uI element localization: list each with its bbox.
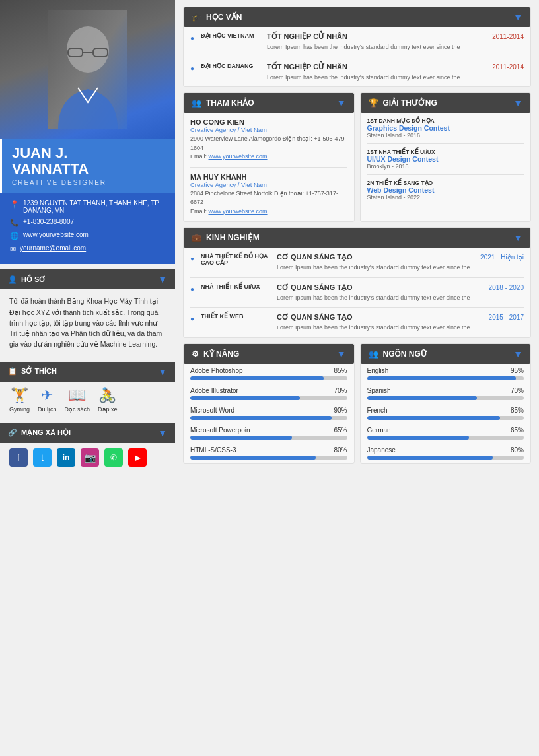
award-item-3: 2N THIẾT KẾ SÁNG TẠO Web Design Contest … (361, 175, 531, 205)
reference-icon: 👥 (192, 98, 201, 108)
email-icon: ✉ (10, 245, 16, 254)
experience-header: 💼 KINH NGHIỆM ▼ (184, 228, 530, 248)
contact-email[interactable]: ✉ yourname@email.com (10, 244, 165, 254)
skill-powerpoint: Microsoft Powerpoin 65% (184, 423, 354, 443)
travel-icon: ✈ (41, 387, 53, 404)
language-header: 👥 NGÔN NGỮ ▼ (361, 344, 531, 364)
edu-dot-1: ● (190, 34, 194, 52)
exp-dot-2: ● (190, 285, 194, 302)
language-section: 👥 NGÔN NGỮ ▼ English 95% Spanish 70% (360, 343, 532, 464)
profile-section-header: 👤 HỒ SƠ ▼ (0, 269, 175, 289)
social-section-header: 🔗 MẠNG XÃ HỘI ▼ (0, 423, 175, 443)
skill-photoshop: Adobe Photoshop 85% (184, 364, 354, 384)
skill-word: Microsoft Word 90% (184, 403, 354, 423)
hobby-reading: 📖 Đọc sách (65, 387, 90, 413)
hobbies-list: 🏋 Gyming ✈ Du lịch 📖 Đọc sách 🚴 Đạp xe (0, 382, 175, 418)
reference-section: 👥 THAM KHẢO ▼ HO CONG KIEN Creative Agen… (183, 92, 355, 222)
skills-language-row: ⚙ KỸ NĂNG ▼ Adobe Photoshop 85% Adobe Il… (183, 343, 531, 464)
education-arrow-icon[interactable]: ▼ (513, 12, 522, 22)
job-title: CREATI VE DESIGNER (12, 179, 165, 186)
skill-illustrator: Adobe Illustrator 70% (184, 384, 354, 403)
edu-details-2: TỐT NGHIỆP CỬ NHÂN 2011-2014 Lorem Ipsum… (267, 63, 524, 82)
award-icon: 🏆 (369, 98, 378, 108)
right-column: 🎓 HỌC VẤN ▼ ● ĐẠI HỌC VIETNAM TỐT NGHIỆP… (175, 0, 539, 756)
hobbies-icon: 📋 (8, 367, 17, 376)
full-name: JUAN J. VANNATTA (12, 145, 165, 177)
reference-header: 👥 THAM KHẢO ▼ (184, 93, 354, 113)
profile-text: Tôi đã hoàn thành Bằng Khoa Học Máy Tính… (0, 289, 175, 356)
experience-icon: 💼 (192, 233, 201, 242)
skills-icon: ⚙ (192, 349, 199, 359)
book-icon: 📖 (68, 387, 86, 404)
education-header: 🎓 HỌC VẤN ▼ (184, 7, 530, 27)
name-section: JUAN J. VANNATTA CREATI VE DESIGNER (0, 139, 175, 193)
contact-website[interactable]: 🌐 www.yourwebsite.com (10, 231, 165, 240)
exp-details-2: CƠ QUAN SÁNG TẠO 2018 - 2020 Lorem Ipsum… (277, 283, 524, 302)
reference-person-1: HO CONG KIEN Creative Agency / Viet Nam … (184, 113, 354, 167)
social-icon: 🔗 (8, 429, 17, 437)
exp-item-3: ● THIẾT KẾ WEB CƠ QUAN SÁNG TẠO 2015 - 2… (184, 308, 530, 337)
exp-role-1: NHÀ THIẾT KẾ ĐỒ HỌA CAO CẤP (201, 253, 270, 272)
hobbies-section-header: 📋 SỞ THÍCH ▼ (0, 362, 175, 382)
phone-icon: 📞 (10, 219, 19, 227)
language-icon: 👥 (369, 349, 378, 359)
exp-role-3: THIẾT KẾ WEB (201, 313, 270, 332)
contact-phone: 📞 +1-830-238-8007 (10, 218, 165, 227)
linkedin-icon[interactable]: in (57, 448, 75, 467)
reference-awards-row: 👥 THAM KHẢO ▼ HO CONG KIEN Creative Agen… (183, 92, 531, 222)
location-icon: 📍 (10, 200, 19, 209)
social-arrow-icon[interactable]: ▼ (158, 428, 167, 438)
awards-header: 🏆 GIẢI THƯỞNG ▼ (361, 93, 531, 113)
bike-icon: 🚴 (98, 387, 116, 404)
lang-german: German 65% (361, 423, 531, 443)
twitter-icon[interactable]: t (33, 448, 52, 467)
reference-person-2: MA HUY KHANH Creative Agency / Viet Nam … (184, 168, 354, 222)
experience-arrow-icon[interactable]: ▼ (513, 232, 522, 243)
hobby-gyming: 🏋 Gyming (9, 387, 30, 413)
education-section: 🎓 HỌC VẤN ▼ ● ĐẠI HỌC VIETNAM TỐT NGHIỆP… (183, 7, 531, 87)
profile-photo (0, 0, 175, 139)
lang-french: French 85% (361, 403, 531, 423)
youtube-icon[interactable]: ▶ (128, 448, 147, 467)
hobbies-arrow-icon[interactable]: ▼ (158, 366, 167, 377)
reference-arrow-icon[interactable]: ▼ (337, 98, 346, 108)
contact-section: 📍 1239 NGUYEN TAT THANH, THANH KHE, TP D… (0, 193, 175, 264)
edu-item-1: ● ĐẠI HỌC VIETNAM TỐT NGHIỆP CỬ NHÂN 201… (184, 27, 530, 57)
skills-arrow-icon[interactable]: ▼ (337, 349, 346, 359)
edu-org-1: ĐẠI HỌC VIETNAM (201, 32, 260, 52)
lang-english: English 95% (361, 364, 531, 384)
experience-section: 💼 KINH NGHIỆM ▼ ● NHÀ THIẾT KẾ ĐỒ HỌA CA… (183, 227, 531, 338)
contact-address: 📍 1239 NGUYEN TAT THANH, THANH KHE, TP D… (10, 199, 165, 214)
hobby-travel: ✈ Du lịch (38, 387, 57, 413)
award-item-1: 1ST DANH MỤC ĐỒ HỌA Graphics Design Cont… (361, 113, 531, 143)
profile-icon: 👤 (8, 275, 17, 284)
profile-arrow-icon[interactable]: ▼ (158, 274, 167, 285)
exp-dot-3: ● (190, 315, 194, 332)
facebook-icon[interactable]: f (9, 448, 28, 467)
award-item-2: 1ST NHÀ THIẾT KẾ UI/UX UI/UX Design Cont… (361, 144, 531, 174)
left-column: JUAN J. VANNATTA CREATI VE DESIGNER 📍 12… (0, 0, 175, 756)
lang-spanish: Spanish 70% (361, 384, 531, 403)
language-arrow-icon[interactable]: ▼ (513, 349, 522, 359)
exp-item-1: ● NHÀ THIẾT KẾ ĐỒ HỌA CAO CẤP CƠ QUAN SÁ… (184, 248, 530, 277)
exp-details-3: CƠ QUAN SÁNG TẠO 2015 - 2017 Lorem Ipsum… (277, 313, 524, 332)
edu-details-1: TỐT NGHIỆP CỬ NHÂN 2011-2014 Lorem Ipsum… (267, 32, 524, 52)
lang-japanese: Japanese 80% (361, 443, 531, 463)
edu-item-2: ● ĐẠI HỌC DANANG TỐT NGHIỆP CỬ NHÂN 2011… (184, 57, 530, 87)
instagram-icon[interactable]: 📷 (81, 448, 99, 467)
hobby-cycling: 🚴 Đạp xe (98, 387, 118, 413)
edu-org-2: ĐẠI HỌC DANANG (201, 63, 260, 82)
exp-role-2: NHÀ THIẾT KẾ UI/UX (201, 283, 270, 302)
whatsapp-icon[interactable]: ✆ (104, 448, 123, 467)
exp-dot-1: ● (190, 255, 194, 272)
social-links: f t in 📷 ✆ ▶ (0, 443, 175, 472)
globe-icon: 🌐 (10, 232, 19, 240)
exp-item-2: ● NHÀ THIẾT KẾ UI/UX CƠ QUAN SÁNG TẠO 20… (184, 278, 530, 308)
skill-html-css: HTML-S/CSS-3 80% (184, 443, 354, 463)
awards-arrow-icon[interactable]: ▼ (513, 98, 522, 108)
graduation-icon: 🎓 (192, 13, 201, 22)
resume-container: JUAN J. VANNATTA CREATI VE DESIGNER 📍 12… (0, 0, 539, 756)
skills-section: ⚙ KỸ NĂNG ▼ Adobe Photoshop 85% Adobe Il… (183, 343, 355, 464)
skills-header: ⚙ KỸ NĂNG ▼ (184, 344, 354, 364)
gym-icon: 🏋 (11, 387, 28, 404)
